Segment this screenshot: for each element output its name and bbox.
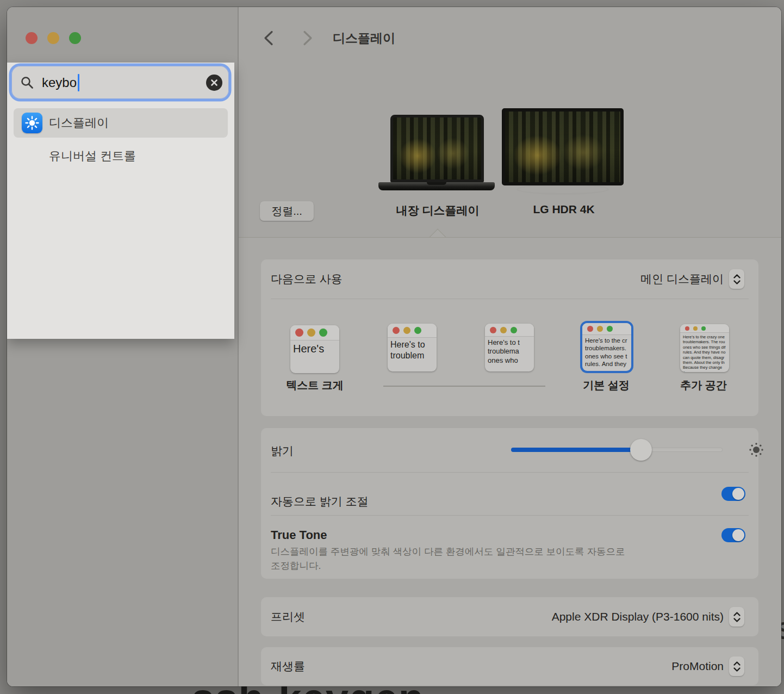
scaling-label-default: 기본 설정 bbox=[557, 378, 655, 393]
scaling-option-larger-text[interactable]: Here's bbox=[290, 325, 339, 373]
search-results-panel: keybo bbox=[7, 63, 234, 339]
search-result-display[interactable]: 디스플레이 bbox=[14, 108, 228, 138]
brightness-slider-knob[interactable] bbox=[630, 439, 652, 461]
auto-brightness-label: 자동으로 밝기 조절 bbox=[271, 494, 369, 509]
scaling-option-more-space[interactable]: Here's to the crazy one troublemakers. T… bbox=[680, 324, 729, 372]
preset-value: Apple XDR Display (P3-1600 nits) bbox=[552, 610, 724, 623]
preset-dropdown[interactable] bbox=[729, 607, 744, 627]
brightness-label: 밝기 bbox=[271, 443, 294, 458]
refresh-rate-dropdown[interactable] bbox=[729, 656, 744, 676]
search-result-label: 디스플레이 bbox=[49, 115, 109, 131]
external-display-thumbnail[interactable] bbox=[502, 108, 624, 185]
brightness-slider[interactable] bbox=[511, 448, 723, 452]
auto-brightness-toggle[interactable] bbox=[721, 487, 745, 501]
external-display-label: LG HDR 4K bbox=[496, 203, 632, 216]
brightness-slider-fill bbox=[511, 448, 641, 452]
search-input[interactable]: keybo bbox=[11, 66, 229, 99]
window-controls bbox=[26, 32, 81, 44]
close-button[interactable] bbox=[26, 32, 38, 44]
brightness-low-icon bbox=[748, 441, 765, 458]
up-down-chevrons-icon bbox=[733, 661, 741, 672]
scaling-label-larger-text: 텍스트 크게 bbox=[266, 378, 364, 393]
search-result-universal-control[interactable]: 유니버설 컨트롤 bbox=[14, 144, 228, 168]
zoom-button[interactable] bbox=[69, 32, 81, 44]
scaling-track-line bbox=[383, 386, 545, 387]
use-as-label: 다음으로 사용 bbox=[271, 271, 343, 287]
arrange-button[interactable]: 정렬... bbox=[260, 201, 314, 221]
builtin-display-label: 내장 디스플레이 bbox=[370, 203, 506, 218]
use-as-dropdown[interactable] bbox=[729, 269, 744, 289]
resolution-card: 다음으로 사용 메인 디스플레이 bbox=[261, 259, 758, 416]
x-icon bbox=[210, 79, 218, 86]
refresh-rate-card: 재생률 ProMotion bbox=[261, 647, 758, 685]
refresh-rate-value: ProMotion bbox=[671, 660, 724, 673]
scaling-label-more-space: 추가 공간 bbox=[655, 378, 752, 393]
preset-card: 프리셋 Apple XDR Display (P3-1600 nits) bbox=[261, 597, 758, 636]
preset-row: 프리셋 Apple XDR Display (P3-1600 nits) bbox=[261, 597, 758, 636]
system-settings-window: keybo bbox=[7, 7, 781, 686]
macbook-base bbox=[378, 182, 495, 190]
refresh-rate-label: 재생률 bbox=[271, 659, 305, 674]
true-tone-toggle[interactable] bbox=[721, 528, 745, 542]
clear-search-button[interactable] bbox=[206, 75, 222, 91]
builtin-display-thumbnail[interactable] bbox=[390, 115, 484, 182]
up-down-chevrons-icon bbox=[733, 274, 741, 285]
search-text: keybo bbox=[42, 75, 77, 90]
external-display-stand bbox=[517, 184, 609, 195]
preset-label: 프리셋 bbox=[271, 609, 305, 624]
divider bbox=[271, 299, 749, 299]
scaling-option-2[interactable]: Here's to troublem bbox=[388, 324, 437, 371]
minimize-button[interactable] bbox=[47, 32, 59, 44]
sidebar: keybo bbox=[7, 7, 238, 686]
brightness-card: 밝기 bbox=[261, 428, 758, 579]
true-tone-description: 디스플레이를 주변광에 맞춰 색상이 다른 환경에서도 일관적으로 보이도록 자… bbox=[271, 544, 684, 573]
divider bbox=[271, 472, 749, 473]
refresh-rate-row: 재생률 ProMotion bbox=[261, 647, 758, 685]
main-panel: 디스플레이 내장 디스플레이 LG HDR 4K 정렬... 다음으로 사용 메… bbox=[239, 7, 781, 686]
use-as-row: 다음으로 사용 메인 디스플레이 bbox=[261, 259, 758, 299]
scaling-option-3[interactable]: Here's to t troublema ones who bbox=[485, 324, 534, 371]
divider bbox=[271, 515, 749, 516]
magnifier-icon bbox=[20, 76, 34, 90]
true-tone-label: True Tone bbox=[271, 528, 327, 542]
back-button[interactable] bbox=[263, 30, 275, 46]
display-brightness-icon bbox=[22, 113, 42, 133]
use-as-value: 메인 디스플레이 bbox=[640, 271, 724, 287]
up-down-chevrons-icon bbox=[733, 611, 741, 623]
scaling-option-default[interactable]: Here's to the cr troublemakers. ones who… bbox=[582, 323, 631, 371]
text-caret bbox=[78, 74, 79, 91]
forward-button[interactable] bbox=[302, 30, 314, 46]
page-title: 디스플레이 bbox=[333, 30, 395, 47]
search-result-label: 유니버설 컨트롤 bbox=[49, 148, 136, 164]
